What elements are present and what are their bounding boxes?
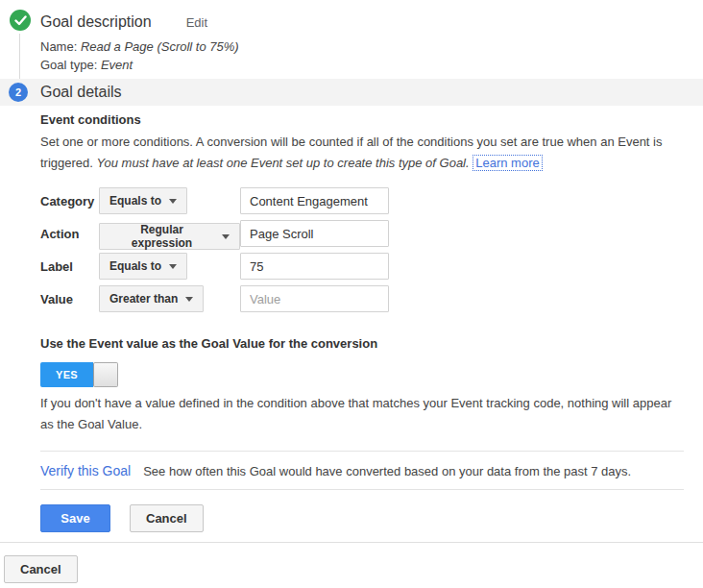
category-operator-dropdown[interactable]: Equals to [99,187,187,214]
goal-type-label: Goal type: [40,58,97,72]
goal-name-label: Name: [40,39,77,54]
label-operator-cell: Equals to [99,253,240,280]
category-label: Category [40,187,99,208]
condition-rows: Category Equals to Action Regular expres… [40,187,684,312]
goal-details-content: Event conditions Set one or more conditi… [0,106,703,532]
value-operator-cell: Greater than [99,285,240,312]
label-operator-value: Equals to [109,259,161,273]
form-actions: Save Cancel [40,504,684,532]
check-icon [14,15,27,26]
verify-goal-row: Verify this Goal See how often this Goal… [40,452,684,489]
goal-type-line: Goal type: Event [40,57,684,74]
step-complete-badge [10,10,31,31]
label-operator-dropdown[interactable]: Equals to [99,253,187,280]
chevron-down-icon [222,234,230,239]
event-value-toggle[interactable]: YES [40,362,118,387]
event-conditions-description: Set one or more conditions. A conversion… [40,132,674,174]
footer-actions: Cancel [4,555,703,583]
value-label: Value [40,285,99,306]
goal-value-note: If you don't have a value defined in the… [40,393,674,435]
action-value-input[interactable] [240,220,389,247]
save-button[interactable]: Save [40,504,110,532]
event-conditions-heading: Event conditions [40,110,684,128]
category-operator-cell: Equals to [99,187,240,214]
verify-goal-link[interactable]: Verify this Goal [40,463,131,478]
verify-goal-description: See how often this Goal would have conve… [143,464,631,478]
condition-row-category: Category Equals to [40,187,684,214]
goal-details-header: 2 Goal details [0,79,703,106]
value-operator-value: Greater than [109,292,178,306]
action-operator-value: Regular expression [109,223,214,250]
description-italic-text: You must have at least one Event set up … [97,156,470,170]
divider [40,489,684,490]
goal-description-section: Goal description Edit Name: Read a Page … [0,0,703,79]
footer-divider [0,542,703,543]
chevron-down-icon [169,199,177,204]
condition-row-value: Value Greater than [40,285,684,312]
edit-goal-link[interactable]: Edit [186,15,207,30]
toggle-knob[interactable] [93,362,118,387]
action-label: Action [40,220,99,241]
label-value-input[interactable] [240,253,389,280]
condition-row-action: Action Regular expression [40,220,684,247]
action-operator-dropdown[interactable]: Regular expression [99,223,240,250]
learn-more-link[interactable]: Learn more [473,155,542,171]
outer-cancel-button[interactable]: Cancel [4,555,78,583]
condition-row-label: Label Equals to [40,253,684,280]
goal-name-line: Name: Read a Page (Scroll to 75%) [40,38,684,56]
goal-name-value: Read a Page (Scroll to 75%) [81,39,239,54]
category-operator-value: Equals to [109,194,161,208]
step-connector-line [19,34,20,80]
goal-type-value: Event [101,58,133,72]
label-label: Label [40,253,99,274]
goal-details-title: Goal details [40,84,122,101]
chevron-down-icon [169,264,177,269]
value-operator-dropdown[interactable]: Greater than [99,285,204,312]
chevron-down-icon [185,297,193,302]
category-value-input[interactable] [240,187,389,214]
step-2-badge: 2 [9,83,28,102]
goal-value-heading: Use the Event value as the Goal Value fo… [40,333,684,352]
toggle-yes-label: YES [40,362,93,387]
action-operator-cell: Regular expression [99,220,240,250]
goal-editor-page: Goal description Edit Name: Read a Page … [0,0,703,588]
event-value-input[interactable] [240,285,389,312]
goal-description-title: Goal description [40,12,152,32]
cancel-button[interactable]: Cancel [130,504,204,532]
